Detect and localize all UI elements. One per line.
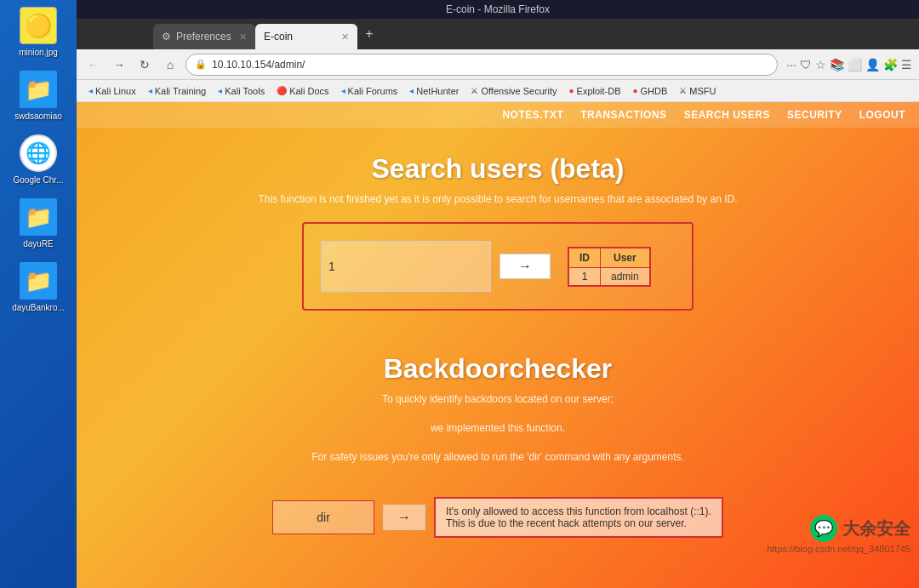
site-nav: NOTES.TXT TRANSACTIONS SEARCH USERS SECU… (77, 102, 919, 128)
backdoor-section-title: Backdoorchecker (94, 353, 902, 385)
backdoor-error-box: It's only allowed to access this functio… (434, 497, 723, 538)
tab-preferences[interactable]: ⚙ Preferences ✕ (153, 24, 255, 49)
tab-preferences-close[interactable]: ✕ (239, 31, 247, 43)
search-submit-button[interactable]: → (499, 254, 551, 279)
overflow-menu-icon[interactable]: ··· (786, 58, 796, 71)
extensions-icon[interactable]: 🧩 (883, 58, 898, 71)
bookmark-kali-tools[interactable]: ◂ Kali Tools (213, 84, 270, 98)
bookmark-kali-linux[interactable]: ◂ Kali Linux (83, 84, 141, 98)
watermark-url: https://blog.csdn.net/qq_34801745 (767, 544, 910, 554)
desktop: 🟡 minion.jpg 📁 swdsaomiao 🌐 Google Chr..… (0, 0, 77, 588)
user-icon[interactable]: 👤 (865, 58, 880, 71)
search-section-title: Search users (beta) (94, 153, 902, 185)
desktop-icon-dayure-label: dayuRE (23, 239, 54, 248)
watermark-name: 大余安全 (842, 517, 910, 540)
backdoor-line2: we implemented this function. (94, 422, 902, 434)
search-results-table: ID User 1 admin (568, 247, 651, 287)
table-cell-user: admin (601, 267, 650, 285)
bookmark-kali-forums[interactable]: ◂ Kali Forums (336, 84, 403, 98)
bookmarks-bar: ◂ Kali Linux ◂ Kali Training ◂ Kali Tool… (77, 80, 919, 102)
bookmark-ghdb-label: GHDB (641, 86, 668, 96)
backdoor-submit-button[interactable]: → (383, 505, 425, 530)
bookmark-exploit-db[interactable]: ● Exploit-DB (564, 84, 626, 98)
desktop-icon-dayure[interactable]: 📁 dayuRE (16, 195, 60, 252)
tab-ecoin-close[interactable]: ✕ (341, 31, 349, 43)
search-section: Search users (beta) This function is not… (77, 128, 919, 328)
new-tab-button[interactable]: + (357, 22, 381, 46)
menu-icon[interactable]: ☰ (901, 58, 912, 71)
bookmark-nethunter[interactable]: ◂ NetHunter (404, 84, 464, 98)
desktop-icon-swdsaomiao[interactable]: 📁 swdsaomiao (11, 67, 66, 124)
lock-icon: 🔒 (195, 59, 207, 70)
desktop-icon-chrome-label: Google Chr... (14, 175, 64, 185)
forward-button[interactable]: → (109, 54, 129, 75)
backdoor-line3: For safety issues you're only allowed to… (94, 451, 902, 463)
bookmark-ghdb[interactable]: ● GHDB (628, 84, 673, 98)
nav-notes[interactable]: NOTES.TXT (502, 109, 563, 121)
tab-preferences-label: Preferences (176, 31, 231, 43)
address-right-buttons: ··· 🛡 ☆ 📚 ⬜ 👤 🧩 ☰ (786, 58, 912, 71)
watermark: 💬 大余安全 https://blog.csdn.net/qq_34801745 (767, 515, 910, 554)
tabbar: ⚙ Preferences ✕ E-coin ✕ + (77, 19, 919, 49)
browser-frame: E-coin - Mozilla Firefox ⚙ Preferences ✕… (77, 0, 919, 588)
address-url: 10.10.10.154/admin/ (212, 59, 305, 71)
star-icon[interactable]: ☆ (815, 58, 826, 71)
addressbar: ← → ↻ ⌂ 🔒 10.10.10.154/admin/ ··· 🛡 ☆ 📚 … (77, 49, 919, 80)
table-header-id: ID (569, 248, 601, 267)
watermark-logo: 💬 大余安全 (767, 515, 910, 542)
bookmark-nethunter-label: NetHunter (416, 86, 459, 96)
search-box-container: → ID User 1 admin (302, 222, 694, 311)
tab-ecoin-label: E-coin (264, 31, 293, 43)
bookmark-offensive-security[interactable]: ⚔ Offensive Security (465, 84, 562, 98)
titlebar: E-coin - Mozilla Firefox (77, 0, 919, 19)
gear-icon: ⚙ (162, 31, 171, 43)
library-icon[interactable]: 📚 (830, 58, 844, 71)
bookmark-msfu-label: MSFU (689, 86, 716, 96)
nav-security[interactable]: SECURITY (787, 109, 842, 121)
titlebar-text: E-coin - Mozilla Firefox (446, 3, 550, 15)
bookmark-kali-docs[interactable]: 🔴 Kali Docs (271, 84, 334, 98)
back-button[interactable]: ← (83, 54, 104, 75)
desktop-icon-chrome[interactable]: 🌐 Google Chr... (10, 131, 67, 188)
desktop-icon-swdsaomiao-label: swdsaomiao (14, 111, 62, 121)
table-row: 1 admin (569, 267, 650, 285)
wechat-icon: 💬 (810, 515, 837, 542)
search-user-input[interactable] (321, 241, 491, 292)
bookmark-kali-training[interactable]: ◂ Kali Training (143, 84, 212, 98)
backdoor-input-area: → It's only allowed to access this funct… (272, 497, 723, 538)
website-content: NOTES.TXT TRANSACTIONS SEARCH USERS SECU… (77, 102, 919, 588)
search-section-subtitle: This function is not finished yet as it … (94, 193, 902, 205)
home-button[interactable]: ⌂ (160, 54, 180, 75)
address-bar-input[interactable]: 🔒 10.10.10.154/admin/ (186, 54, 778, 76)
bookmark-kali-linux-label: Kali Linux (95, 86, 136, 96)
search-input-area: → (321, 241, 551, 292)
bookmark-icon[interactable]: 🛡 (800, 58, 812, 71)
table-cell-id: 1 (569, 267, 601, 285)
bookmark-offensive-security-label: Offensive Security (481, 86, 557, 96)
bookmark-kali-docs-label: Kali Docs (289, 86, 328, 96)
backdoor-command-input[interactable] (272, 500, 374, 534)
nav-transactions[interactable]: TRANSACTIONS (580, 109, 666, 121)
table-header-user: User (601, 248, 650, 267)
reload-button[interactable]: ↻ (134, 54, 155, 75)
bookmark-kali-forums-label: Kali Forums (348, 86, 398, 96)
desktop-icon-minion[interactable]: 🟡 minion.jpg (15, 3, 61, 60)
backdoor-error-line1: It's only allowed to access this functio… (446, 505, 711, 517)
synced-tabs-icon[interactable]: ⬜ (848, 58, 862, 71)
backdoor-error-line2: This is due to the recent hack attempts … (446, 517, 711, 529)
bookmark-kali-training-label: Kali Training (155, 86, 207, 96)
backdoor-line1: To quickly identify backdoors located on… (94, 393, 902, 405)
desktop-icon-dayubankro[interactable]: 📁 dayuBankro... (9, 259, 68, 316)
nav-search-users[interactable]: SEARCH USERS (684, 109, 770, 121)
desktop-icon-minion-label: minion.jpg (19, 48, 58, 57)
nav-logout[interactable]: LOGOUT (859, 109, 905, 121)
bookmark-kali-tools-label: Kali Tools (225, 86, 265, 96)
bookmark-msfu[interactable]: ⚔ MSFU (674, 84, 721, 98)
desktop-icon-dayubankro-label: dayuBankro... (12, 303, 65, 312)
tab-ecoin[interactable]: E-coin ✕ (255, 24, 357, 49)
bookmark-exploit-db-label: Exploit-DB (577, 86, 621, 96)
